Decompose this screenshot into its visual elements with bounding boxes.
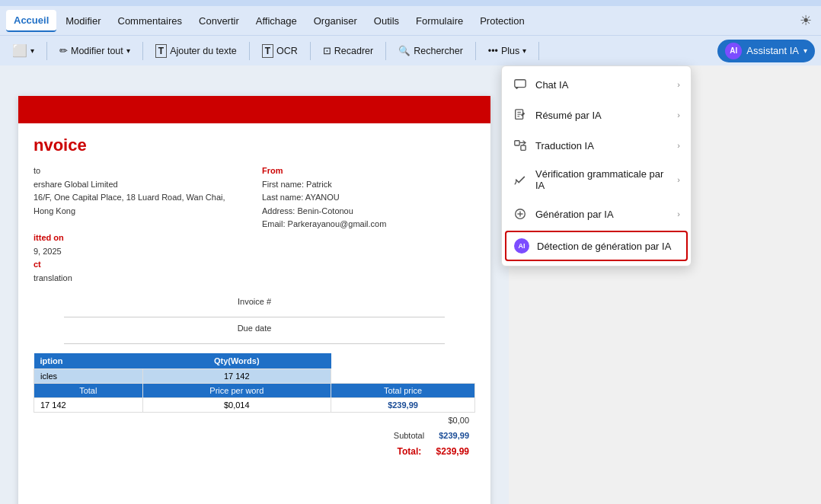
menu-item-convertir[interactable]: Convertir: [191, 11, 247, 31]
menu-bar: Accueil Modifier Commentaires Convertir …: [0, 6, 821, 35]
doc-fields: Invoice # Due date: [34, 297, 475, 344]
check-icon: [513, 172, 528, 187]
modifier-tout-chevron: ▾: [126, 46, 130, 55]
assistant-label: Assistant IA: [746, 45, 799, 56]
doc-email: Email: Parkerayanou@gmail.com: [262, 218, 475, 231]
subtotal-label: Subtotal: [394, 431, 424, 440]
due-label: Due date: [34, 324, 475, 333]
doc-addr: Address: Benin-Cotonou: [262, 205, 475, 219]
dropdown-item-detection-ia[interactable]: AI Détection de génération par IA: [505, 231, 688, 261]
recadrer-button[interactable]: ⊡ Recadrer: [317, 42, 379, 59]
table-row: Total Price per word Total price: [34, 384, 475, 398]
total-row: Total: $239,99: [34, 443, 475, 460]
doc-from-label: From: [262, 164, 475, 178]
plus-button[interactable]: ••• Plus ▾: [482, 43, 532, 59]
menu-item-organiser[interactable]: Organiser: [306, 11, 365, 31]
chat-icon: [513, 77, 528, 92]
select-box-chevron: ▾: [30, 46, 34, 55]
doc-submitted-label: itted on: [34, 231, 247, 245]
separator-4: [310, 42, 311, 60]
generation-icon: [513, 206, 528, 222]
document-page: nvoice to ershare Global Limited 16/F, O…: [18, 96, 490, 504]
doc-content: nvoice to ershare Global Limited 16/F, O…: [18, 123, 490, 472]
separator-1: [46, 42, 47, 60]
chat-ia-label: Chat IA: [535, 79, 568, 91]
table-row: icles 17 142: [34, 369, 475, 384]
ajouter-texte-label: Ajouter du texte: [170, 46, 237, 56]
more-icon: •••: [488, 46, 498, 56]
ocr-icon: T: [262, 44, 273, 58]
dropdown-item-verification-ia[interactable]: Vérification grammaticale par IA ›: [502, 161, 691, 199]
doc-title: nvoice: [34, 136, 475, 155]
resume-icon: [513, 107, 528, 123]
menu-item-protection[interactable]: Protection: [472, 11, 532, 31]
select-box-button[interactable]: ⬜ ▾: [6, 40, 40, 61]
data-totalprice: $239,99: [331, 398, 475, 413]
menu-item-formulaire[interactable]: Formulaire: [408, 11, 471, 31]
doc-submitted-date: 9, 2025: [34, 245, 247, 259]
svg-rect-0: [515, 80, 526, 88]
text-icon: T: [155, 44, 167, 58]
separator-7: [538, 42, 539, 60]
assistant-ia-button[interactable]: AI Assistant IA ▾: [717, 40, 815, 62]
svg-rect-6: [521, 145, 526, 150]
table-row: 17 142 $0,014 $239,99: [34, 398, 475, 413]
doc-right-column: From First name: Patrick Last name: AYAN…: [262, 164, 475, 285]
crop-icon: ⊡: [323, 45, 331, 56]
invoice-table: iption Qty(Words) icles 17 142 Total Pri…: [34, 353, 475, 413]
separator-5: [385, 42, 386, 60]
rechercher-button[interactable]: 🔍 Rechercher: [392, 42, 469, 59]
total-value: $239,99: [436, 446, 469, 457]
top-bar: [0, 0, 821, 6]
invoice-field: [64, 311, 445, 317]
plus-chevron: ▾: [522, 46, 526, 55]
col-price: Price per word: [142, 384, 331, 398]
doc-company: ershare Global Limited: [34, 178, 247, 192]
assistant-badge: AI: [725, 43, 742, 59]
separator-2: [142, 42, 143, 60]
recadrer-label: Recadrer: [334, 46, 373, 56]
ocr-label: OCR: [276, 46, 298, 56]
traduction-ia-chevron: ›: [677, 141, 680, 150]
ocr-button[interactable]: T OCR: [256, 41, 304, 61]
doc-type-value: translation: [34, 272, 247, 285]
right-panel: Chat IA › Résumé par IA ›: [509, 65, 821, 504]
row1-qty: 17 142: [142, 369, 331, 384]
settings-icon[interactable]: ☀: [797, 9, 815, 32]
desc-header: iption: [34, 353, 143, 369]
dropdown-item-resume-ia[interactable]: Résumé par IA ›: [502, 100, 691, 130]
translate-icon: [513, 138, 528, 153]
menu-item-accueil[interactable]: Accueil: [6, 10, 56, 32]
main-area: nvoice to ershare Global Limited 16/F, O…: [0, 65, 821, 504]
document-area: nvoice to ershare Global Limited 16/F, O…: [0, 65, 509, 504]
doc-address: 16/F, One Capital Place, 18 Luard Road, …: [34, 191, 247, 218]
dropdown-item-generation-ia[interactable]: Génération par IA ›: [502, 199, 691, 229]
edit-icon: ✏: [59, 45, 68, 56]
menu-item-outils[interactable]: Outils: [366, 11, 407, 31]
resume-ia-label: Résumé par IA: [535, 110, 602, 121]
detection-ai-badge: AI: [514, 238, 529, 254]
dropdown-item-chat-ia[interactable]: Chat IA ›: [502, 69, 691, 100]
subtotal-value: $239,99: [439, 431, 469, 440]
rechercher-label: Rechercher: [414, 46, 463, 56]
separator-3: [249, 42, 250, 60]
menu-item-affichage[interactable]: Affichage: [248, 11, 305, 31]
data-total: 17 142: [34, 398, 143, 413]
modifier-tout-button[interactable]: ✏ Modifier tout ▾: [53, 42, 136, 59]
qty-header: Qty(Words): [142, 353, 331, 369]
dropdown-item-traduction-ia[interactable]: Traduction IA ›: [502, 130, 691, 161]
separator-6: [475, 42, 476, 60]
menu-item-modifier[interactable]: Modifier: [58, 11, 108, 31]
doc-columns: to ershare Global Limited 16/F, One Capi…: [34, 164, 475, 285]
doc-type-label: ct: [34, 258, 247, 272]
ajouter-texte-button[interactable]: T Ajouter du texte: [149, 41, 243, 61]
doc-lastname: Last name: AYANOU: [262, 191, 475, 205]
generation-ia-chevron: ›: [677, 209, 680, 219]
doc-left-column: to ershare Global Limited 16/F, One Capi…: [34, 164, 247, 285]
generation-ia-label: Génération par IA: [535, 209, 614, 220]
plus-label: Plus: [501, 46, 519, 56]
data-price: $0,014: [142, 398, 331, 413]
doc-firstname: First name: Patrick: [262, 178, 475, 192]
menu-item-commentaires[interactable]: Commentaires: [110, 11, 190, 31]
doc-red-bar: [18, 96, 490, 123]
